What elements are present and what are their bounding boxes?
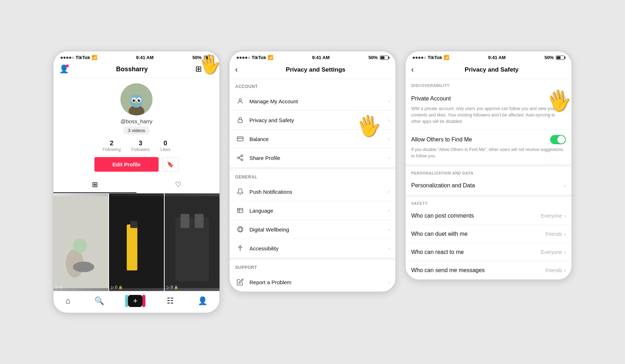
svg-point-26 bbox=[238, 157, 239, 159]
manage-account-label: Manage My Account bbox=[249, 98, 388, 104]
accessibility-item[interactable]: Accessibility › bbox=[229, 239, 396, 258]
balance-chevron: › bbox=[388, 136, 390, 142]
video-thumb-1[interactable]: ▷ 0 bbox=[53, 193, 108, 291]
profile-username: Bossharry bbox=[116, 66, 148, 73]
privacy-safety-item[interactable]: Privacy and Safety › 🖐 bbox=[229, 111, 396, 130]
carrier-label-2: TikTok bbox=[252, 55, 266, 60]
language-item[interactable]: Language › bbox=[229, 201, 396, 220]
svg-rect-15 bbox=[127, 224, 138, 270]
video-thumb-3[interactable]: ▷ 9 🔒 bbox=[165, 193, 219, 291]
svg-point-7 bbox=[134, 99, 135, 100]
safety-screen: TikTok 📶 9:41 AM 50% ‹ Privacy and Safet… bbox=[405, 51, 572, 280]
settings-back-button[interactable]: ‹ bbox=[235, 65, 238, 74]
personalization-chevron: › bbox=[564, 183, 566, 188]
who-can-react-value: Everyone bbox=[541, 249, 562, 255]
home-nav-item[interactable]: ⌂ bbox=[66, 296, 70, 306]
status-left-2: TikTok 📶 bbox=[237, 55, 273, 60]
profile-screen: TikTok 📶 9:41 AM 50% 👤 Bossharry ⊞ ··· bbox=[53, 51, 220, 313]
edit-profile-button[interactable]: Edit Profile bbox=[94, 157, 158, 172]
who-can-message-row[interactable]: Who can send me messages Friends › bbox=[406, 261, 572, 280]
account-section-label: ACCOUNT bbox=[229, 79, 396, 92]
plus-button[interactable]: + bbox=[128, 295, 143, 307]
videos-badge: 3 videos bbox=[59, 126, 214, 135]
private-account-title: Private Account bbox=[411, 95, 451, 102]
who-can-comment-row[interactable]: Who can post comments Everyone › bbox=[406, 207, 572, 225]
battery-icon-2 bbox=[380, 56, 388, 60]
svg-point-25 bbox=[241, 155, 243, 157]
accessibility-icon bbox=[235, 245, 245, 252]
battery-pct-3: 50% bbox=[544, 55, 554, 60]
video-count: 3 videos bbox=[123, 126, 150, 135]
who-can-react-right: Everyone › bbox=[541, 249, 566, 255]
svg-rect-30 bbox=[238, 208, 243, 213]
language-chevron: › bbox=[388, 207, 390, 214]
tab-grid[interactable]: ⊞ bbox=[53, 177, 136, 193]
who-can-comment-chevron: › bbox=[564, 213, 566, 219]
who-can-message-value: Friends bbox=[546, 267, 562, 273]
svg-line-28 bbox=[239, 158, 241, 159]
battery-icon-3 bbox=[556, 56, 564, 60]
safety-title: Privacy and Safety bbox=[417, 66, 566, 73]
bookmark-button[interactable]: 🔖 bbox=[162, 157, 179, 172]
push-notifications-item[interactable]: Push Notifications › bbox=[229, 182, 396, 201]
video-thumb-2[interactable]: ▷ 0 🔒 bbox=[109, 193, 164, 291]
svg-point-8 bbox=[139, 99, 140, 100]
add-friend-icon[interactable]: 👤 bbox=[59, 64, 69, 74]
play-icon-3: ▷ bbox=[167, 285, 170, 290]
who-can-react-row[interactable]: Who can react to me Everyone › bbox=[406, 243, 572, 261]
time-2: 9:41 AM bbox=[312, 55, 330, 60]
lock-icon-3: 🔒 bbox=[174, 285, 178, 289]
digital-wellbeing-label: Digital Wellbeing bbox=[249, 227, 388, 233]
accessibility-label: Accessibility bbox=[249, 245, 388, 251]
inbox-nav-item[interactable]: ☷ bbox=[167, 296, 174, 306]
status-bar-2: TikTok 📶 9:41 AM 50% bbox=[229, 51, 396, 62]
private-account-row: Private Account With a private account, … bbox=[406, 89, 572, 130]
allow-others-toggle[interactable] bbox=[550, 135, 566, 144]
balance-icon bbox=[235, 135, 245, 142]
qr-icon[interactable]: ⊞ bbox=[195, 64, 202, 74]
profile-main: @boss_harry 3 videos 2 Following 3 Follo… bbox=[53, 78, 219, 172]
tab-likes[interactable]: ♡ bbox=[136, 177, 219, 193]
nav-icons: ⊞ ··· 🖐 bbox=[195, 64, 214, 74]
battery-fill-1 bbox=[205, 56, 208, 59]
svg-point-35 bbox=[239, 246, 241, 247]
report-problem-item[interactable]: Report a Problem › bbox=[229, 273, 396, 292]
tab-row: ⊞ ♡ bbox=[53, 177, 219, 193]
wellbeing-icon bbox=[235, 226, 245, 233]
following-count: 2 bbox=[103, 140, 121, 147]
view-count-2: 0 bbox=[115, 285, 117, 289]
who-can-duet-row[interactable]: Who can duet with me Friends › bbox=[406, 225, 572, 243]
battery-icon-1 bbox=[204, 56, 212, 60]
user-handle: @boss_harry bbox=[59, 118, 214, 124]
balance-item[interactable]: Balance › bbox=[229, 130, 396, 149]
wifi-icon-1: 📶 bbox=[92, 55, 97, 60]
privacy-safety-chevron: › bbox=[388, 117, 390, 123]
following-stat: 2 Following bbox=[103, 140, 121, 152]
who-can-react-chevron: › bbox=[564, 249, 566, 255]
personalization-data-row[interactable]: Personalization and Data › bbox=[406, 177, 572, 195]
language-icon bbox=[235, 207, 245, 214]
profile-nav-item[interactable]: 👤 bbox=[198, 296, 207, 306]
digital-wellbeing-item[interactable]: Digital Wellbeing › bbox=[229, 220, 396, 239]
following-label: Following bbox=[103, 147, 121, 152]
balance-label: Balance bbox=[249, 136, 388, 142]
play-icon-2: ▷ bbox=[111, 285, 114, 290]
avatar-svg bbox=[120, 83, 153, 115]
private-account-toggle[interactable] bbox=[550, 94, 566, 103]
manage-account-item[interactable]: Manage My Account › bbox=[229, 92, 396, 111]
allow-others-desc: If you disable "Allow Others to Find Me"… bbox=[411, 146, 566, 159]
share-profile-chevron: › bbox=[388, 155, 390, 161]
who-can-message-right: Friends › bbox=[546, 267, 566, 273]
stats-row: 2 Following 3 Followers 0 Likes bbox=[59, 140, 214, 152]
share-profile-item[interactable]: Share Profile › bbox=[229, 149, 396, 167]
view-count-3: 9 bbox=[171, 285, 173, 289]
search-nav-item[interactable]: 🔍 bbox=[94, 296, 104, 306]
more-icon[interactable]: ··· 🖐 bbox=[207, 64, 214, 74]
profile-nav-bar: 👤 Bossharry ⊞ ··· 🖐 bbox=[53, 62, 219, 78]
push-notifications-chevron: › bbox=[388, 188, 390, 195]
safety-top-bar: ‹ Privacy and Safety bbox=[406, 62, 572, 79]
who-can-duet-chevron: › bbox=[564, 231, 566, 237]
safety-back-button[interactable]: ‹ bbox=[411, 65, 414, 74]
svg-point-27 bbox=[241, 159, 243, 161]
create-nav-item[interactable]: + bbox=[128, 295, 143, 307]
